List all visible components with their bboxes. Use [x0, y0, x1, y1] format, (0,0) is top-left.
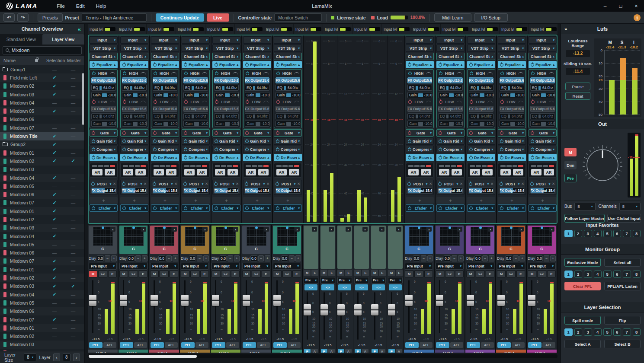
post-fx-output[interactable]: FX Output 15.6	[245, 188, 269, 194]
add-send-button[interactable]: +	[467, 197, 495, 204]
param-eq[interactable]: EQ64.0hz	[469, 85, 493, 91]
power-icon[interactable]	[439, 72, 442, 75]
selection-toggle[interactable]: —	[44, 334, 65, 339]
master-toggle[interactable]: —	[65, 167, 81, 172]
power-icon[interactable]	[470, 100, 473, 104]
param-slider-handle[interactable]	[102, 122, 107, 126]
flip-button[interactable]: Flip	[604, 316, 641, 325]
delay-plus-button[interactable]: +	[234, 255, 240, 261]
param-slider-handle[interactable]	[416, 86, 418, 90]
power-icon[interactable]	[469, 207, 473, 210]
power-icon[interactable]	[215, 131, 218, 135]
param-gain[interactable]: Gain-10.0	[122, 92, 147, 98]
afl-button[interactable]: AFL	[481, 342, 494, 348]
aux-select[interactable]: AUX 1▾	[465, 350, 495, 353]
ar-button[interactable]: AR	[482, 169, 493, 175]
pre-input-select[interactable]: Pre Input▾	[405, 263, 433, 270]
link-button[interactable]: <>	[372, 284, 385, 290]
power-icon[interactable]	[153, 148, 157, 151]
pfl-button[interactable]: PFL	[273, 342, 287, 348]
selection-toggle[interactable]: ✓	[44, 142, 65, 147]
pfl-button[interactable]: P	[321, 349, 327, 353]
spill-mode-button[interactable]: Spill mode	[564, 316, 601, 325]
delay-plus-button[interactable]: +	[519, 255, 525, 261]
gate-select[interactable]: Gate▾	[243, 129, 271, 137]
param-slider-handle[interactable]	[286, 93, 291, 97]
list-item[interactable]: Mixdown 01✓—	[0, 265, 84, 274]
param-slider-handle[interactable]	[418, 122, 423, 126]
monitor-group-button-8[interactable]: 8	[633, 271, 641, 278]
master-toggle[interactable]: —	[65, 300, 81, 306]
power-icon[interactable]	[469, 140, 473, 143]
aux-select[interactable]: AUX 1▾	[404, 350, 434, 353]
param-eq[interactable]: EQ64.0hz	[407, 113, 432, 119]
pan-collapse-icon[interactable]: ▴	[549, 227, 554, 232]
post-fx-output[interactable]: FX Output 15.6	[153, 188, 177, 194]
afl-button[interactable]: A	[379, 349, 385, 353]
channel-strip-select[interactable]: Channel Strip▴	[120, 53, 148, 60]
mute-button[interactable]: M	[304, 270, 311, 276]
eq-low-fx-output[interactable]: FX Output15.6	[122, 106, 147, 112]
power-icon[interactable]	[245, 63, 249, 67]
close-icon[interactable]: ×	[628, 0, 644, 12]
aux-select[interactable]: AUX 1▾	[180, 350, 210, 353]
mute-button[interactable]: M	[436, 271, 444, 277]
link-button[interactable]: <>	[321, 284, 334, 290]
panel-collapse-icon[interactable]: ▴	[312, 227, 317, 232]
edit-button[interactable]: E	[170, 271, 178, 277]
menu-help[interactable]: Help	[93, 3, 110, 10]
master-toggle[interactable]: —	[65, 67, 81, 72]
de-esser-toggle[interactable]: De-Esser▴	[529, 154, 557, 161]
pre-select[interactable]: Pre▾	[354, 277, 369, 283]
param-slider-handle[interactable]	[284, 115, 286, 118]
param-eq[interactable]: EQ64.0hz	[276, 113, 300, 119]
param-eq[interactable]: EQ64.0hz	[530, 85, 555, 91]
power-icon[interactable]	[215, 140, 218, 143]
gain-rider-select[interactable]: Gain Rider▾	[243, 137, 271, 145]
edit-button[interactable]: E	[200, 271, 209, 277]
master-toggle[interactable]: —	[65, 309, 81, 314]
param-eq[interactable]: EQ64.0hz	[438, 113, 463, 119]
monitor-group-button-1[interactable]: 1	[564, 271, 573, 278]
ar-button[interactable]: AR	[135, 169, 146, 175]
param-eq[interactable]: EQ64.0hz	[214, 113, 239, 119]
post-fx-output[interactable]: FX Output 15.6	[183, 188, 208, 194]
vst-strip-select[interactable]: VST Strip▾	[120, 45, 148, 52]
delay-value[interactable]: 0.0	[158, 255, 165, 261]
mute-button[interactable]: M	[181, 271, 189, 277]
out-pre-button[interactable]: Pre	[564, 174, 577, 182]
power-icon[interactable]	[184, 156, 187, 159]
pre-input-select[interactable]: Pre Input▾	[497, 263, 525, 270]
selection-toggle[interactable]: —	[44, 117, 65, 122]
edit-button[interactable]: E	[231, 271, 240, 277]
gain-rider-select[interactable]: Gain Rider▾	[467, 137, 495, 145]
list-item[interactable]: Mixdown 03——	[0, 166, 84, 174]
pfl-button[interactable]: PFL	[497, 342, 511, 348]
ar-button[interactable]: AR	[184, 169, 195, 175]
selection-toggle[interactable]: ✓	[44, 233, 65, 239]
master-toggle[interactable]: —	[65, 200, 81, 205]
compressor-select[interactable]: Compressor▾	[498, 146, 526, 153]
vst-strip-select[interactable]: VST Strip▾	[436, 45, 465, 52]
fader-cap[interactable]	[273, 295, 281, 306]
param-slider-handle[interactable]	[286, 122, 291, 126]
out-volume-knob[interactable]	[577, 141, 628, 189]
de-esser-toggle[interactable]: De-Esser▴	[274, 154, 302, 161]
afl-button[interactable]: AFL	[226, 342, 240, 348]
channel-strip-select[interactable]: Channel Strip▴	[467, 53, 495, 60]
param-gain[interactable]: Gain-10.0	[245, 92, 269, 98]
input-select[interactable]: Input▾	[529, 36, 557, 44]
de-esser-toggle[interactable]: De-Esser▴	[212, 154, 240, 161]
param-gain[interactable]: Gain-10.0	[500, 121, 524, 127]
efader-select[interactable]: Efader▾	[90, 204, 118, 212]
input-select[interactable]: Input▾	[436, 36, 465, 44]
power-icon[interactable]	[246, 72, 249, 75]
add-send-button[interactable]: +	[90, 197, 118, 204]
compressor-select[interactable]: Compressor▾	[90, 146, 118, 153]
de-esser-toggle[interactable]: De-Esser▴	[120, 154, 148, 161]
equalizer-toggle[interactable]: Equalizer▴	[274, 61, 302, 68]
panel-collapse-icon[interactable]: ▴	[379, 227, 384, 232]
fader-cap[interactable]	[181, 295, 189, 306]
master-toggle[interactable]: —	[65, 192, 81, 197]
list-item[interactable]: Mixdown 05✓—	[0, 107, 84, 115]
